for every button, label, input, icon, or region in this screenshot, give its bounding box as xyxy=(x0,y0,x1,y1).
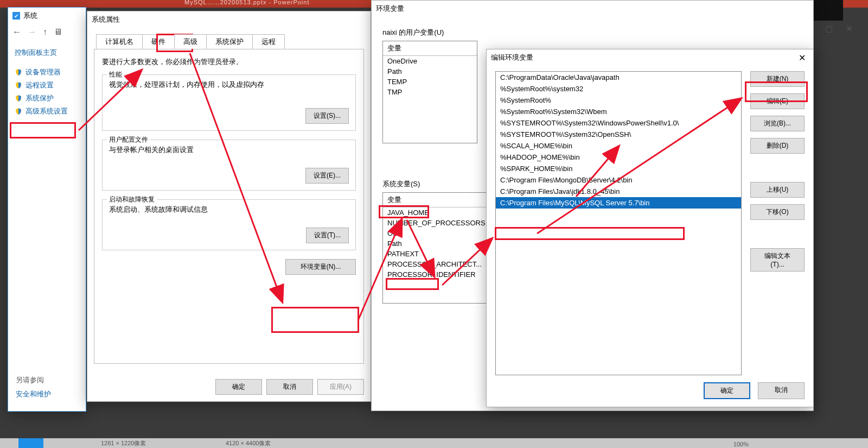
path-entry[interactable]: %SYSTEMROOT%\System32\WindowsPowerShell\… xyxy=(496,117,741,129)
tab-hardware[interactable]: 硬件 xyxy=(142,34,175,49)
browse-button[interactable]: 浏览(B)... xyxy=(750,116,805,131)
path-entry[interactable]: C:\Program Files\MySQL\MySQL Server 5.7\… xyxy=(496,197,741,209)
status-zoom: 100% xyxy=(733,441,749,447)
path-entry[interactable]: %SystemRoot% xyxy=(496,94,741,106)
tab-advanced[interactable]: 高级 xyxy=(174,34,207,49)
editenv-side-buttons: 新建(N) 编辑(E) 浏览(B)... 删除(D) 上移(U) 下移(O) 编… xyxy=(750,71,805,375)
tab-remote[interactable]: 远程 xyxy=(252,34,285,49)
system-protection-link[interactable]: 系统保护 xyxy=(15,93,80,103)
sysprops-pane: 要进行大多数更改，你必须作为管理员登录。 性能 视觉效果，处理器计划，内存使用，… xyxy=(94,49,364,364)
sys-var-item[interactable]: NUMBER_OF_PROCESSORS xyxy=(383,218,493,228)
taskbar-active-segment xyxy=(18,438,43,448)
path-entry[interactable]: C:\Program Files\MongoDB\Server\4.2\bin xyxy=(496,174,741,186)
editenv-cancel-button[interactable]: 取消 xyxy=(758,382,805,399)
sys-var-item[interactable]: OS xyxy=(383,228,493,238)
sys-vars-col-header[interactable]: 变量 xyxy=(383,193,493,207)
envvars-titlebar: 环境变量 xyxy=(372,1,813,17)
startup-group-title: 启动和故障恢复 xyxy=(107,195,157,204)
device-manager-link[interactable]: 设备管理器 xyxy=(15,67,80,77)
nav-up-icon[interactable]: ↑ xyxy=(43,27,47,37)
tab-computer-name[interactable]: 计算机名 xyxy=(96,34,143,49)
sysprops-ok-button[interactable]: 确定 xyxy=(215,379,262,395)
startup-desc: 系统启动、系统故障和调试信息 xyxy=(109,205,349,214)
path-entries-list[interactable]: C:\ProgramData\Oracle\Java\javapath%Syst… xyxy=(495,71,742,375)
shield-icon xyxy=(15,68,22,76)
monitor-icon[interactable]: 🖥 xyxy=(54,27,62,37)
user-vars-label: naixi 的用户变量(U) xyxy=(382,28,813,37)
nav-bar: ← → ↑ 🖥 xyxy=(8,24,86,40)
system-title: 系统 xyxy=(23,11,37,21)
user-var-item[interactable]: TMP xyxy=(383,87,477,97)
startup-settings-button[interactable]: 设置(T)... xyxy=(306,228,349,243)
user-vars-listbox[interactable]: 变量 OneDrivePathTEMPTMP xyxy=(382,41,477,143)
sysprops-titlebar: 系统属性 xyxy=(87,11,371,28)
editenv-footer: 确定 取消 xyxy=(704,382,805,399)
startup-group: 启动和故障恢复 系统启动、系统故障和调试信息 设置(T)... xyxy=(102,199,356,250)
status-dim2: 4120 × 4400像素 xyxy=(226,439,271,447)
delete-button[interactable]: 删除(D) xyxy=(750,138,805,154)
edit-button[interactable]: 编辑(E) xyxy=(750,93,805,109)
sys-vars-listbox[interactable]: 变量 JAVA_HOMENUMBER_OF_PROCESSORSOSPathPA… xyxy=(382,192,494,304)
close-icon[interactable]: ✕ xyxy=(846,24,853,34)
user-var-item[interactable]: Path xyxy=(383,66,477,77)
shield-icon xyxy=(15,81,22,89)
system-properties-window: 系统属性 计算机名 硬件 高级 系统保护 远程 要进行大多数更改，你必须作为管理… xyxy=(87,11,371,402)
sysprops-apply-button[interactable]: 应用(A) xyxy=(317,379,364,395)
advanced-system-settings-link[interactable]: 高级系统设置 xyxy=(15,106,80,116)
remote-settings-link[interactable]: 远程设置 xyxy=(15,80,80,90)
shield-icon xyxy=(15,94,22,102)
performance-group-title: 性能 xyxy=(107,70,124,79)
envvars-title: 环境变量 xyxy=(376,4,404,14)
new-button[interactable]: 新建(N) xyxy=(750,71,805,87)
sysprops-cancel-button[interactable]: 取消 xyxy=(266,379,313,395)
performance-desc: 视觉效果，处理器计划，内存使用，以及虚拟内存 xyxy=(109,80,349,90)
user-var-item[interactable]: TEMP xyxy=(383,77,477,87)
path-entry[interactable]: %SYSTEMROOT%\System32\OpenSSH\ xyxy=(496,129,741,140)
profiles-desc: 与登录帐户相关的桌面设置 xyxy=(109,146,349,155)
path-entry[interactable]: %HADOOP_HOME%\bin xyxy=(496,152,741,163)
sysprops-tabs: 计算机名 硬件 高级 系统保护 远程 xyxy=(87,28,371,49)
shield-icon xyxy=(15,108,22,115)
path-entry[interactable]: %SystemRoot%\system32 xyxy=(496,83,741,94)
path-entry[interactable]: C:\ProgramData\Oracle\Java\javapath xyxy=(496,72,741,83)
security-maintenance-link[interactable]: 安全和维护 xyxy=(16,389,51,399)
tab-system-protection[interactable]: 系统保护 xyxy=(206,34,253,49)
see-also-label: 另请参阅 xyxy=(16,375,51,385)
control-panel-home-link[interactable]: 控制面板主页 xyxy=(15,48,80,58)
profiles-settings-button[interactable]: 设置(E)... xyxy=(305,168,349,184)
sys-var-item[interactable]: JAVA_HOME xyxy=(383,207,493,218)
nav-back-icon[interactable]: ← xyxy=(12,27,21,37)
profiles-group: 用户配置文件 与登录帐户相关的桌面设置 设置(E)... xyxy=(102,140,356,191)
status-bar: 1281 × 1220像素 4120 × 4400像素 100% xyxy=(0,438,868,448)
sysprops-title: 系统属性 xyxy=(92,15,120,24)
system-titlebar: ✔ 系统 xyxy=(8,8,86,24)
status-dim1: 1281 × 1220像素 xyxy=(101,439,146,447)
editenv-title: 编辑环境变量 xyxy=(491,53,533,62)
path-entry[interactable]: %SystemRoot%\System32\Wbem xyxy=(496,106,741,117)
move-up-button[interactable]: 上移(U) xyxy=(750,182,805,198)
edit-text-button[interactable]: 编辑文本(T)... xyxy=(750,248,805,272)
performance-settings-button[interactable]: 设置(S)... xyxy=(305,108,349,124)
user-vars-col-header[interactable]: 变量 xyxy=(383,41,477,56)
path-entry[interactable]: %SPARK_HOME%\bin xyxy=(496,163,741,174)
move-down-button[interactable]: 下移(O) xyxy=(750,204,805,220)
editenv-titlebar: 编辑环境变量 ✕ xyxy=(487,49,813,66)
editenv-ok-button[interactable]: 确定 xyxy=(704,382,750,399)
performance-group: 性能 视觉效果，处理器计划，内存使用，以及虚拟内存 设置(S)... xyxy=(102,74,356,131)
system-icon: ✔ xyxy=(12,12,20,20)
profiles-group-title: 用户配置文件 xyxy=(107,135,150,144)
sys-var-item[interactable]: PATHEXT xyxy=(383,249,493,259)
editenv-close-icon[interactable]: ✕ xyxy=(795,53,809,63)
nav-fwd-icon[interactable]: → xyxy=(28,27,36,37)
user-var-item[interactable]: OneDrive xyxy=(383,56,477,66)
path-entry[interactable]: C:\Program Files\Java\jdk1.8.0_45\bin xyxy=(496,186,741,197)
edit-env-var-window: 编辑环境变量 ✕ C:\ProgramData\Oracle\Java\java… xyxy=(486,49,814,407)
sys-var-item[interactable]: Path xyxy=(383,238,493,249)
admin-notice: 要进行大多数更改，你必须作为管理员登录。 xyxy=(102,57,356,67)
sys-var-item[interactable]: PROCESSOR_IDENTIFIER xyxy=(383,269,493,280)
powerpoint-filename: MySQL……20200513.pptx - PowerPoint xyxy=(184,0,310,5)
path-entry[interactable]: %SCALA_HOME%\bin xyxy=(496,140,741,152)
environment-variables-button[interactable]: 环境变量(N)... xyxy=(285,259,356,275)
sys-var-item[interactable]: PROCESSOR_ARCHITECT... xyxy=(383,259,493,269)
restore-icon[interactable]: ▢ xyxy=(825,24,833,34)
